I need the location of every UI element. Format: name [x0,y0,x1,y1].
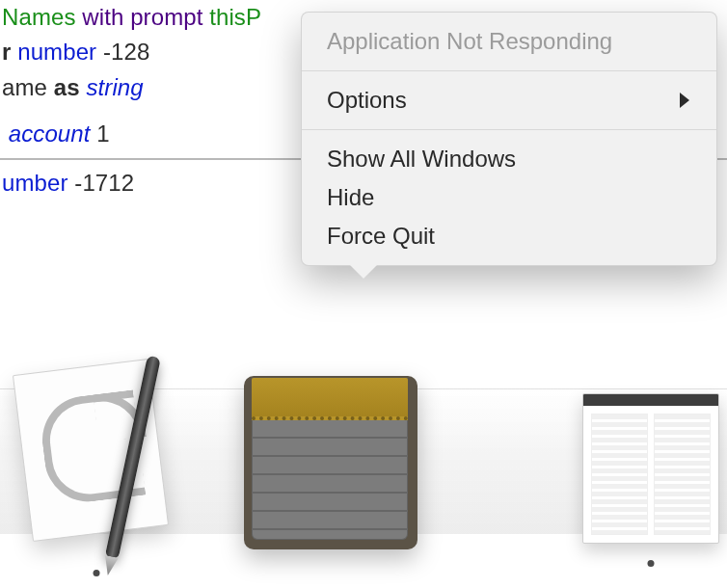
preview-document-icon [582,393,719,544]
dock [0,347,727,588]
code-token: umber [2,170,68,196]
code-token: -128 [96,39,149,65]
code-token: thisP [202,4,261,30]
menu-item-force-quit[interactable]: Force Quit [302,217,716,255]
dock-item-script-editor[interactable] [0,341,202,553]
menu-item-label: Options [327,87,407,114]
menu-item-label: Force Quit [327,223,435,250]
code-token: with prompt [82,4,202,30]
script-editor-icon [5,361,188,553]
dock-running-indicator [648,560,655,567]
menu-item-label: Hide [327,184,374,211]
dock-item-notes[interactable] [224,341,436,553]
submenu-arrow-icon [678,92,691,109]
notes-icon [238,370,421,553]
code-token: as [54,74,80,100]
code-token: -1712 [68,170,135,196]
code-token: Names [2,4,82,30]
menu-item-app-not-responding: Application Not Responding [302,22,716,61]
code-token: string [80,74,144,100]
dock-context-menu: Application Not Responding Options Show … [301,12,717,266]
dock-item-preview-document[interactable] [579,380,723,544]
code-token: ame [2,74,54,100]
dock-running-indicator [94,570,100,576]
menu-item-options[interactable]: Options [302,81,716,120]
menu-item-label: Show All Windows [327,146,516,173]
code-token: number [11,39,96,65]
menu-item-hide[interactable]: Hide [302,178,716,217]
menu-item-label: Application Not Responding [327,28,612,55]
code-token: 1 [91,120,110,147]
menu-item-show-all-windows[interactable]: Show All Windows [302,140,716,178]
code-token: account [2,120,91,147]
